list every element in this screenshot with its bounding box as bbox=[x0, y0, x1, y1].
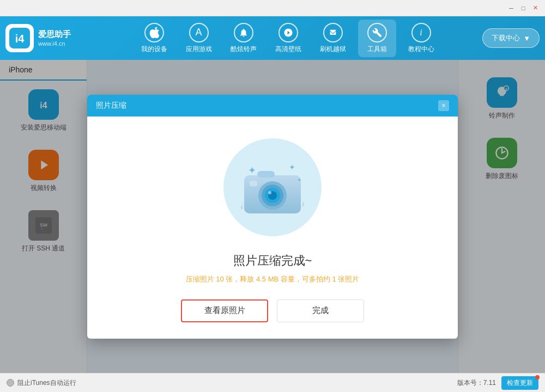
svg-point-23 bbox=[268, 191, 271, 194]
modal-heading: 照片压缩完成~ bbox=[233, 253, 312, 269]
download-center-button[interactable]: 下载中心 ▼ bbox=[482, 28, 540, 48]
modal-close-button[interactable]: × bbox=[438, 100, 449, 111]
modal-buttons: 查看原照片 完成 bbox=[181, 299, 364, 322]
wallpaper-icon bbox=[278, 23, 298, 42]
navbar: i4 爱思助手 www.i4.cn 我的设备 A 应用游戏 bbox=[0, 16, 545, 60]
statusbar-right: 版本号：7.11 检查更新 bbox=[457, 376, 538, 390]
nav-label-apps-games: 应用游戏 bbox=[186, 45, 212, 54]
check-update-button[interactable]: 检查更新 bbox=[501, 376, 538, 390]
nav-item-wallpaper[interactable]: 高清壁纸 bbox=[269, 20, 308, 57]
nav-label-tutorial: 教程中心 bbox=[408, 45, 434, 54]
nav-items: 我的设备 A 应用游戏 酷炫铃声 高清壁纸 bbox=[93, 20, 482, 57]
apps-icon: A bbox=[189, 23, 209, 42]
svg-text:✦: ✦ bbox=[248, 165, 256, 176]
svg-text:✦: ✦ bbox=[289, 163, 295, 171]
jailbreak-icon bbox=[323, 23, 343, 42]
nav-item-jailbreak[interactable]: 刷机越狱 bbox=[313, 20, 353, 57]
nav-item-apps-games[interactable]: A 应用游戏 bbox=[179, 20, 219, 57]
titlebar: ─ □ ✕ bbox=[0, 0, 545, 16]
bell-icon bbox=[234, 23, 253, 42]
done-button[interactable]: 完成 bbox=[277, 299, 364, 322]
modal-overlay: 照片压缩 × bbox=[0, 60, 545, 373]
nav-item-ringtones[interactable]: 酷炫铃声 bbox=[224, 20, 263, 57]
camera-illustration: ✦ ✦ ✦ bbox=[218, 133, 327, 242]
svg-text:i4: i4 bbox=[15, 33, 25, 45]
content-area: iPhone i4 安装爱思移动端 视频转换 bbox=[0, 60, 545, 373]
logo-text: 爱思助手 www.i4.cn bbox=[38, 28, 71, 48]
toolbox-icon bbox=[367, 23, 387, 42]
nav-item-toolbox[interactable]: 工具箱 bbox=[358, 20, 396, 57]
nav-item-my-device[interactable]: 我的设备 bbox=[135, 20, 174, 57]
modal-subtitle: 压缩照片 10 张，释放 4.5 MB 容量，可多拍约 1 张照片 bbox=[186, 274, 360, 284]
modal-header: 照片压缩 × bbox=[87, 95, 458, 117]
update-notification-dot bbox=[535, 375, 540, 379]
nav-label-toolbox: 工具箱 bbox=[367, 45, 387, 54]
nav-label-jailbreak: 刷机越狱 bbox=[320, 45, 346, 54]
nav-label-my-device: 我的设备 bbox=[141, 45, 167, 54]
info-icon: i bbox=[411, 23, 431, 42]
view-original-button[interactable]: 查看原照片 bbox=[181, 299, 268, 322]
svg-rect-24 bbox=[250, 181, 257, 186]
statusbar-left: 阻止iTunes自动运行 bbox=[7, 378, 76, 388]
nav-item-tutorial[interactable]: i 教程中心 bbox=[402, 20, 441, 57]
itunes-status-text: 阻止iTunes自动运行 bbox=[17, 378, 76, 388]
statusbar: 阻止iTunes自动运行 版本号：7.11 检查更新 bbox=[0, 373, 545, 392]
close-button[interactable]: ✕ bbox=[530, 3, 541, 14]
apple-icon bbox=[144, 23, 164, 42]
svg-rect-18 bbox=[257, 171, 275, 177]
logo-icon: i4 bbox=[5, 24, 34, 52]
photo-compress-modal: 照片压缩 × bbox=[87, 95, 458, 339]
maximize-button[interactable]: □ bbox=[518, 3, 529, 14]
svg-text:✦: ✦ bbox=[297, 177, 301, 183]
itunes-status-indicator bbox=[7, 379, 14, 387]
nav-label-ringtones: 酷炫铃声 bbox=[231, 45, 257, 54]
modal-title: 照片压缩 bbox=[96, 101, 126, 111]
logo-area: i4 爱思助手 www.i4.cn bbox=[5, 24, 93, 52]
minimize-button[interactable]: ─ bbox=[506, 3, 517, 14]
modal-body: ✦ ✦ ✦ 照片压缩完成~ 压缩照片 10 张，释放 4.5 MB 容量 bbox=[87, 117, 458, 339]
version-text: 版本号：7.11 bbox=[457, 378, 496, 388]
nav-label-wallpaper: 高清壁纸 bbox=[275, 45, 301, 54]
